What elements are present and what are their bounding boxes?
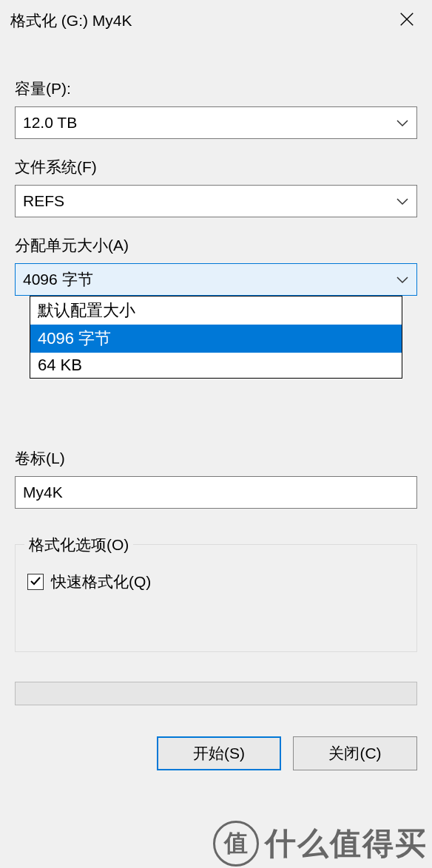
chevron-down-icon	[396, 118, 409, 127]
format-options-legend: 格式化选项(O)	[24, 535, 133, 555]
format-progress-bar	[15, 682, 417, 705]
window-title: 格式化 (G:) My4K	[10, 10, 132, 31]
capacity-value: 12.0 TB	[23, 114, 77, 132]
capacity-label: 容量(P):	[15, 78, 417, 99]
watermark-badge: 值	[213, 821, 259, 867]
titlebar: 格式化 (G:) My4K	[0, 0, 432, 41]
dialog-content: 容量(P): 12.0 TB 文件系统(F) REFS 分配单元大小(A) 40…	[0, 41, 432, 770]
progress-wrap	[15, 682, 417, 705]
dialog-button-row: 开始(S) 关闭(C)	[15, 736, 417, 770]
check-icon	[30, 573, 41, 591]
allocation-option[interactable]: 4096 字节	[30, 325, 402, 353]
filesystem-select[interactable]: REFS	[15, 185, 417, 217]
allocation-select[interactable]: 4096 字节	[15, 263, 417, 296]
quick-format-checkbox[interactable]	[27, 574, 44, 590]
capacity-select[interactable]: 12.0 TB	[15, 106, 417, 139]
watermark: 值 什么值得买	[213, 821, 428, 867]
allocation-option[interactable]: 默认配置大小	[30, 296, 402, 325]
chevron-down-icon	[396, 275, 409, 284]
volume-label: 卷标(L)	[15, 448, 417, 469]
allocation-dropdown-list: 默认配置大小4096 字节64 KB	[30, 296, 402, 379]
allocation-label: 分配单元大小(A)	[15, 235, 417, 256]
format-options-group: 格式化选项(O) 快速格式化(Q)	[15, 544, 417, 652]
close-button-label: 关闭(C)	[328, 743, 381, 764]
allocation-value: 4096 字节	[23, 269, 93, 290]
chevron-down-icon	[396, 197, 409, 206]
close-icon	[399, 11, 415, 31]
start-button-label: 开始(S)	[193, 743, 245, 764]
volume-input[interactable]	[15, 476, 417, 509]
close-window-button[interactable]	[392, 6, 422, 35]
quick-format-checkbox-row[interactable]: 快速格式化(Q)	[27, 572, 405, 592]
close-button[interactable]: 关闭(C)	[293, 736, 417, 770]
filesystem-value: REFS	[23, 192, 64, 210]
allocation-option[interactable]: 64 KB	[30, 353, 402, 378]
quick-format-label: 快速格式化(Q)	[51, 572, 151, 592]
watermark-text: 什么值得买	[265, 823, 428, 864]
start-button[interactable]: 开始(S)	[157, 736, 281, 770]
filesystem-label: 文件系统(F)	[15, 157, 417, 177]
